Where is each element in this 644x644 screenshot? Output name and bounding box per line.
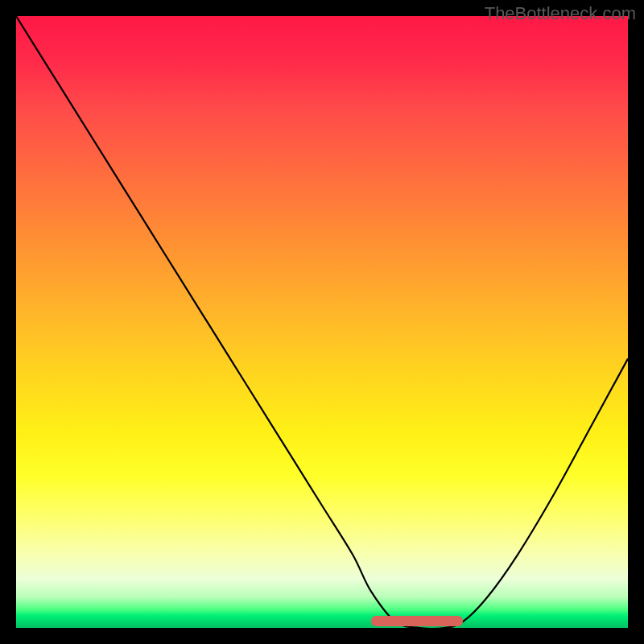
chart-container: TheBottleneck.com [0,0,644,644]
optimal-range-marker [371,616,463,626]
watermark-text: TheBottleneck.com [485,3,636,24]
bottleneck-curve [16,16,628,628]
plot-area [16,16,628,628]
curve-svg [16,16,628,628]
